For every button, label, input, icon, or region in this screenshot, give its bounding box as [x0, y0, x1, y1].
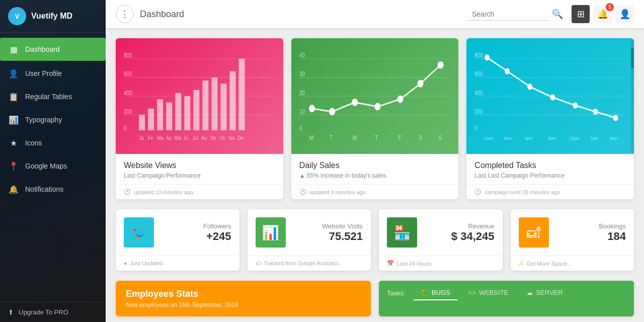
- svg-text:Ma: Ma: [157, 135, 164, 141]
- employees-subtitle: New employees on 15th September, 2016: [126, 301, 361, 308]
- website-views-footer: 🕐 updated 10 minutes ago: [116, 184, 283, 199]
- svg-point-67: [528, 84, 533, 90]
- chart-icon-box: 📊: [256, 217, 286, 248]
- svg-text:M: M: [309, 134, 313, 141]
- svg-point-70: [593, 109, 598, 115]
- twitter-icon: 🐦: [130, 224, 148, 241]
- daily-sales-subtitle: ▲ 55% increase in today's sales: [299, 172, 451, 179]
- sidebar-brand: V Vuetify MD: [0, 0, 106, 33]
- typography-icon: 📊: [8, 114, 19, 125]
- sidebar-item-user-profile[interactable]: 👤 User Profile: [0, 62, 106, 85]
- tab-website[interactable]: <> WEBSITE: [461, 286, 516, 300]
- revenue-value: $ 34,245: [425, 230, 495, 243]
- sidebar-nav: ▦ Dashboard 👤 User Profile 📋 Regular Tab…: [0, 33, 106, 302]
- svg-text:Oc: Oc: [219, 135, 225, 141]
- upgrade-button[interactable]: ⬆ Upgrade To PRO: [0, 302, 106, 322]
- google-maps-icon: 📍: [8, 160, 19, 172]
- completed-tasks-body: Completed Tasks Last Last Campaign Perfo…: [466, 154, 634, 184]
- sidebar-item-label: Regular Tables: [25, 93, 72, 101]
- upgrade-label: Upgrade To PRO: [19, 308, 68, 316]
- sidebar-item-notifications[interactable]: 🔔 Notifications: [0, 178, 106, 201]
- svg-text:12pm: 12pm: [570, 135, 580, 141]
- website-views-subtitle: Last Campaign Performance: [124, 172, 275, 179]
- bookings-footer: ⚠ Get More Space...: [511, 256, 634, 271]
- visits-label: Website Visits: [294, 222, 363, 230]
- mini-cards-row: 🐦 Followers +245 ● Just Updated 📊: [116, 209, 634, 271]
- search-icon: 🔍: [552, 9, 563, 20]
- svg-text:0: 0: [474, 125, 477, 131]
- tab-bugs[interactable]: 🐛 BUGS: [414, 286, 457, 300]
- visits-footer: 🏷 Tracked from Google Analytics: [248, 256, 371, 270]
- svg-text:Au: Au: [201, 135, 207, 141]
- grid-view-button[interactable]: ⊞: [572, 5, 590, 23]
- svg-point-68: [550, 94, 555, 100]
- calendar-icon: 📅: [387, 260, 394, 267]
- svg-rect-16: [202, 80, 208, 130]
- svg-text:No: No: [228, 135, 234, 141]
- svg-text:10: 10: [299, 108, 305, 115]
- svg-text:S: S: [438, 134, 442, 141]
- tag-icon: 🏷: [256, 260, 261, 266]
- clock-icon: 🕐: [299, 189, 306, 195]
- svg-rect-19: [229, 71, 235, 131]
- sidebar-item-dashboard[interactable]: ▦ Dashboard: [0, 38, 106, 61]
- svg-text:200: 200: [474, 108, 483, 115]
- sidebar-item-google-maps[interactable]: 📍 Google Maps: [0, 154, 106, 178]
- followers-value: +245: [162, 230, 231, 243]
- svg-text:Se: Se: [210, 135, 216, 141]
- notifications-icon: 🔔: [8, 184, 19, 195]
- bar-chart-icon: 📊: [262, 224, 279, 241]
- tab-server[interactable]: ☁ SERVER: [519, 286, 570, 300]
- svg-text:Jul: Jul: [192, 135, 198, 141]
- revenue-footer: 📅 Last 24 Hours: [379, 256, 503, 271]
- svg-rect-20: [239, 59, 245, 130]
- svg-text:3pm: 3pm: [504, 135, 512, 141]
- svg-rect-11: [157, 99, 163, 130]
- sidebar-item-typography[interactable]: 📊 Typography: [0, 108, 106, 131]
- svg-text:Ju: Ju: [183, 135, 188, 141]
- visits-value: 75.521: [294, 230, 363, 243]
- regular-tables-icon: 📋: [8, 91, 19, 102]
- couch-icon-box: 🛋: [519, 217, 549, 248]
- bookings-value: 184: [557, 230, 626, 243]
- tasks-label: Tasks:: [387, 289, 406, 297]
- svg-rect-14: [184, 96, 190, 130]
- employees-title: Employees Stats: [126, 289, 361, 299]
- sidebar-item-icons[interactable]: ★ Icons: [0, 131, 106, 154]
- search-button[interactable]: 🔍: [548, 5, 567, 23]
- code-icon: <>: [468, 289, 476, 296]
- completed-tasks-chart: 800 600 400 200 0: [466, 38, 634, 154]
- svg-text:400: 400: [474, 90, 483, 96]
- svg-text:600: 600: [124, 70, 132, 77]
- warning-icon: ⚠: [519, 260, 524, 267]
- twitter-icon-box: 🐦: [124, 217, 154, 248]
- svg-point-65: [485, 54, 490, 60]
- tasks-tabs: Tasks: 🐛 BUGS <> WEBSITE ☁ SERVER: [379, 281, 634, 305]
- svg-point-69: [573, 102, 578, 108]
- website-views-card: 800 600 400 200 0: [116, 38, 283, 199]
- svg-point-44: [352, 99, 357, 105]
- svg-text:S: S: [419, 134, 422, 141]
- svg-text:6am: 6am: [610, 135, 618, 141]
- sidebar-item-regular-tables[interactable]: 📋 Regular Tables: [0, 85, 106, 108]
- topbar-icons: ⊞ 🔔 5 👤: [572, 5, 634, 23]
- svg-text:Ja: Ja: [139, 135, 144, 141]
- bell-icon: 🔔: [597, 9, 608, 20]
- menu-button[interactable]: ⋮: [116, 5, 134, 23]
- user-account-button[interactable]: 👤: [616, 5, 634, 23]
- svg-text:T: T: [330, 134, 333, 141]
- store-icon: 🏪: [393, 224, 411, 241]
- notification-badge: 5: [606, 3, 614, 11]
- svg-text:De: De: [238, 135, 244, 141]
- svg-rect-12: [166, 102, 172, 130]
- search-input[interactable]: [468, 8, 548, 21]
- bookings-label: Bookings: [557, 222, 626, 230]
- website-views-title: Website Views: [124, 161, 275, 170]
- svg-rect-18: [220, 84, 226, 130]
- page-title: Dashboard: [140, 9, 468, 20]
- dashboard-icon: ▦: [8, 44, 19, 55]
- svg-text:600: 600: [474, 70, 483, 77]
- notifications-button[interactable]: 🔔 5: [594, 5, 612, 23]
- completed-tasks-title: Completed Tasks: [474, 161, 626, 170]
- sidebar-item-label: User Profile: [25, 69, 62, 77]
